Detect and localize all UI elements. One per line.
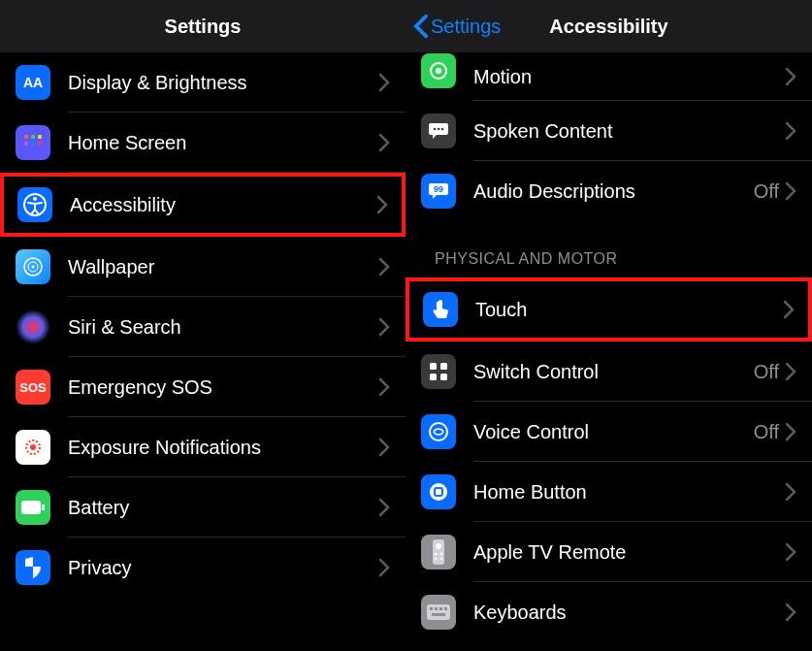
svg-rect-37 xyxy=(439,607,442,610)
section-physical-motor: PHYSICAL AND MOTOR xyxy=(406,221,812,277)
accessibility-list-physical: Touch Switch Control Off Voice Control O… xyxy=(406,279,812,642)
row-battery[interactable]: Battery xyxy=(0,477,406,537)
row-display-brightness[interactable]: AA Display & Brightness xyxy=(0,52,406,113)
svg-rect-39 xyxy=(432,613,445,616)
svg-text:99: 99 xyxy=(434,184,443,194)
motion-icon xyxy=(421,53,456,88)
row-label: Touch xyxy=(458,299,783,321)
display-brightness-icon: AA xyxy=(16,65,50,100)
svg-point-7 xyxy=(33,197,37,201)
audio-descriptions-icon: 99 xyxy=(421,174,456,209)
row-label: Switch Control xyxy=(456,361,754,383)
chevron-right-icon xyxy=(785,422,796,441)
home-screen-icon xyxy=(16,125,50,160)
svg-point-30 xyxy=(435,553,438,556)
row-apple-tv-remote[interactable]: Apple TV Remote xyxy=(406,522,812,582)
svg-point-31 xyxy=(440,553,443,556)
svg-point-26 xyxy=(430,483,447,501)
row-siri-search[interactable]: Siri & Search xyxy=(0,297,406,357)
row-accessibility[interactable]: Accessibility xyxy=(2,175,404,235)
accessibility-title: Accessibility xyxy=(549,16,667,38)
chevron-right-icon xyxy=(785,121,796,141)
row-motion[interactable]: Motion xyxy=(406,52,812,101)
row-label: Keyboards xyxy=(456,602,785,624)
row-emergency-sos[interactable]: SOS Emergency SOS xyxy=(0,357,406,417)
row-label: Battery xyxy=(50,497,378,519)
svg-rect-14 xyxy=(42,505,45,510)
battery-icon xyxy=(16,490,50,525)
svg-point-10 xyxy=(32,266,35,269)
settings-title: Settings xyxy=(165,16,242,38)
chevron-right-icon xyxy=(785,482,796,502)
chevron-right-icon xyxy=(785,602,796,622)
row-label: Wallpaper xyxy=(50,256,378,278)
chevron-right-icon xyxy=(376,195,388,214)
chevron-right-icon xyxy=(378,498,390,517)
spoken-content-icon xyxy=(421,114,456,148)
row-label: Emergency SOS xyxy=(50,376,378,399)
chevron-right-icon xyxy=(783,300,795,319)
settings-panel: Settings AA Display & Brightness Home Sc… xyxy=(0,0,406,651)
svg-rect-36 xyxy=(435,607,438,610)
touch-icon xyxy=(423,292,458,327)
apple-tv-remote-icon xyxy=(421,535,456,570)
svg-point-29 xyxy=(436,543,441,549)
svg-rect-21 xyxy=(430,363,437,370)
row-home-screen[interactable]: Home Screen xyxy=(0,113,406,173)
svg-rect-34 xyxy=(427,604,450,620)
back-label: Settings xyxy=(431,16,501,38)
back-button[interactable]: Settings xyxy=(413,0,501,52)
svg-rect-0 xyxy=(24,135,28,139)
svg-rect-2 xyxy=(38,135,42,139)
chevron-right-icon xyxy=(378,438,390,457)
home-button-icon xyxy=(421,474,456,509)
privacy-icon xyxy=(16,550,50,585)
chevron-right-icon xyxy=(378,377,390,397)
svg-rect-13 xyxy=(21,501,41,514)
row-label: Motion xyxy=(456,66,785,88)
row-label: Apple TV Remote xyxy=(456,541,785,564)
svg-rect-23 xyxy=(430,374,437,380)
chevron-left-icon xyxy=(413,14,429,39)
voice-control-icon xyxy=(421,414,456,449)
row-label: Home Screen xyxy=(50,132,378,154)
row-label: Audio Descriptions xyxy=(456,180,754,203)
row-exposure-notifications[interactable]: Exposure Notifications xyxy=(0,417,406,477)
row-keyboards[interactable]: Keyboards xyxy=(406,582,812,642)
svg-point-32 xyxy=(435,558,438,561)
chevron-right-icon xyxy=(378,257,390,277)
chevron-right-icon xyxy=(785,542,796,562)
row-label: Voice Control xyxy=(456,421,754,443)
svg-point-25 xyxy=(430,423,447,440)
exposure-icon xyxy=(16,430,50,465)
row-privacy[interactable]: Privacy xyxy=(0,537,406,598)
wallpaper-icon xyxy=(16,249,50,284)
row-touch[interactable]: Touch xyxy=(407,279,810,340)
svg-point-18 xyxy=(438,128,440,131)
svg-point-12 xyxy=(30,444,36,450)
svg-rect-35 xyxy=(430,607,433,610)
row-label: Siri & Search xyxy=(50,316,378,339)
row-label: Display & Brightness xyxy=(50,72,378,94)
row-voice-control[interactable]: Voice Control Off xyxy=(406,402,812,462)
svg-rect-3 xyxy=(24,142,28,146)
chevron-right-icon xyxy=(785,181,796,201)
row-label: Home Button xyxy=(456,481,785,504)
row-wallpaper[interactable]: Wallpaper xyxy=(0,237,406,297)
svg-point-19 xyxy=(441,128,444,131)
accessibility-panel: Settings Accessibility Motion Spoken Con… xyxy=(406,0,812,651)
settings-header: Settings xyxy=(0,0,406,52)
svg-point-16 xyxy=(436,68,441,74)
row-home-button[interactable]: Home Button xyxy=(406,462,812,522)
chevron-right-icon xyxy=(378,73,390,92)
accessibility-icon xyxy=(17,187,52,222)
row-switch-control[interactable]: Switch Control Off xyxy=(406,342,812,402)
chevron-right-icon xyxy=(785,362,796,381)
chevron-right-icon xyxy=(785,67,796,86)
row-spoken-content[interactable]: Spoken Content xyxy=(406,101,812,161)
svg-rect-5 xyxy=(38,142,42,146)
svg-rect-28 xyxy=(433,539,444,565)
switch-control-icon xyxy=(421,354,456,389)
row-audio-descriptions[interactable]: 99 Audio Descriptions Off xyxy=(406,161,812,221)
row-label: Exposure Notifications xyxy=(50,437,378,459)
